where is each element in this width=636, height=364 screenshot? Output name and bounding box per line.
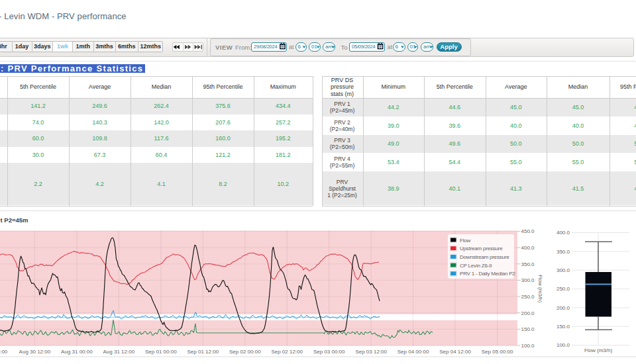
svg-text:250.0: 250.0	[556, 286, 570, 292]
svg-text:300.0: 300.0	[521, 277, 535, 283]
svg-text:150.0: 150.0	[556, 324, 570, 330]
svg-text:Sep 05 00:00: Sep 05 00:00	[482, 349, 513, 355]
svg-text:150.0: 150.0	[521, 326, 535, 332]
svg-text:Sep 03 00:00: Sep 03 00:00	[313, 349, 345, 355]
svg-text:400.0: 400.0	[521, 245, 535, 251]
svg-text:Upstream pressure: Upstream pressure	[460, 246, 503, 251]
svg-text:100.0: 100.0	[521, 343, 535, 349]
svg-text:200.0: 200.0	[521, 310, 535, 316]
svg-text:Sep 01 12:00: Sep 01 12:00	[187, 349, 219, 355]
svg-text:PRV 1 - Daily Median P2: PRV 1 - Daily Median P2	[460, 271, 515, 277]
svg-text:Sep 02 00:00: Sep 02 00:00	[229, 349, 261, 355]
svg-text:Sep 04 00:00: Sep 04 00:00	[398, 349, 429, 355]
svg-text:350.0: 350.0	[521, 261, 535, 267]
svg-text:Sep 04 12:00: Sep 04 12:00	[439, 349, 471, 355]
svg-text:Flow: Flow	[460, 238, 470, 244]
svg-text:Sep 02 12:00: Sep 02 12:00	[271, 349, 303, 355]
svg-text:450.0: 450.0	[521, 228, 535, 234]
svg-text:Aug 31 00:00: Aug 31 00:00	[61, 349, 93, 355]
svg-text:400.0: 400.0	[556, 230, 570, 236]
svg-text:Sep 01 00:00: Sep 01 00:00	[145, 349, 177, 355]
svg-text:CP Levin Z6-9: CP Levin Z6-9	[460, 263, 492, 269]
svg-text:350.0: 350.0	[556, 249, 570, 255]
svg-text:Flow (m3/h): Flow (m3/h)	[584, 347, 613, 353]
svg-text:100.0: 100.0	[556, 342, 570, 348]
svg-text:Downstream pressure: Downstream pressure	[460, 254, 509, 260]
svg-text:Sep 03 12:00: Sep 03 12:00	[355, 349, 387, 355]
svg-text:Flow (m3/h): Flow (m3/h)	[537, 275, 543, 303]
svg-text:Aug 30 12:00: Aug 30 12:00	[19, 349, 51, 355]
svg-text:Aug 31 12:00: Aug 31 12:00	[103, 349, 134, 355]
svg-text:250.0: 250.0	[521, 294, 535, 300]
svg-text:200.0: 200.0	[556, 305, 570, 311]
svg-text:300.0: 300.0	[556, 267, 570, 273]
svg-text:Aug 30 00:00: Aug 30 00:00	[0, 349, 8, 355]
